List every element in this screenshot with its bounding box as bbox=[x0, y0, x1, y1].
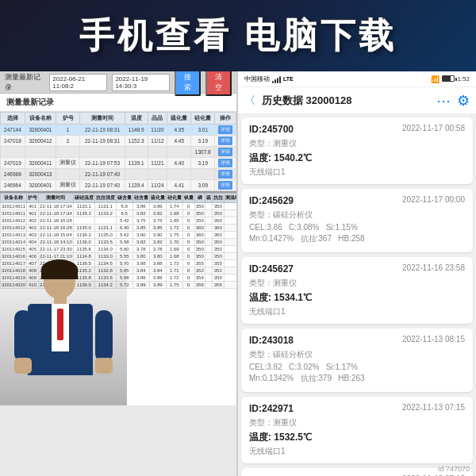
detail-btn[interactable]: 详情 bbox=[218, 159, 232, 167]
col-furnace: 炉号 bbox=[56, 113, 80, 125]
col-temp: 温度 bbox=[125, 113, 148, 125]
pc-main-table: 选择 设备名称 炉号 测量时间 温度 品品 硫化量 硅化量 操作 bbox=[0, 112, 236, 191]
card-extra-data: Mn:0.1342% 抗拉:379 HB:263 bbox=[249, 373, 465, 384]
col-device: 设备名称 bbox=[25, 113, 56, 125]
pc-date-end[interactable]: 2022-11-19 14:30:3 bbox=[112, 74, 170, 91]
phone-statusbar: 中国移动 LTE 📶 1:52 bbox=[238, 71, 476, 87]
phone-card-list[interactable]: ID:245700 2022-11-17 00:58 类型：测重仪 温度: 15… bbox=[238, 114, 476, 476]
table-row[interactable]: 32011401240222-11-18 16:281135.01131.16.… bbox=[1, 225, 237, 232]
mobile-card-5[interactable]: ID:242971 2022-11-13 07:15 类型：测重仪 温度: 15… bbox=[241, 397, 473, 463]
card-id: ID:242971 bbox=[249, 403, 294, 414]
content-area: 测量最新记录 2022-06-21 11:08:2 2022-11-19 14:… bbox=[0, 71, 476, 476]
pc-clear-btn[interactable]: 清空 bbox=[205, 71, 232, 96]
detail-btn[interactable]: 详情 bbox=[218, 181, 232, 190]
banner-title: 手机查看 电脑下载 bbox=[79, 13, 397, 60]
card-analysis-data: CEL:3.82 C:3.02% Si:1.17% bbox=[249, 363, 465, 371]
pc-table-area[interactable]: 选择 设备名称 炉号 测量时间 温度 品品 硫化量 硅化量 操作 bbox=[0, 112, 236, 191]
mobile-card-1[interactable]: ID:245700 2022-11-17 00:58 类型：测重仪 温度: 15… bbox=[241, 117, 473, 184]
table-row[interactable]: 246988 32000413 22-11-19 07:40 详情 bbox=[1, 169, 236, 180]
person-hand-left bbox=[14, 358, 32, 374]
col-select: 选择 bbox=[1, 113, 25, 125]
clock: 1:52 bbox=[457, 75, 470, 83]
card-time: 2022-11-16 23:58 bbox=[402, 263, 465, 274]
card-type: 类型：测重仪 bbox=[249, 417, 465, 428]
settings-button[interactable]: ⚙ bbox=[457, 92, 470, 109]
col-grade: 品品 bbox=[148, 113, 167, 125]
person-arm-right bbox=[95, 310, 113, 362]
card-id: ID:243018 bbox=[249, 335, 294, 346]
top-banner: 手机查看 电脑下载 bbox=[0, 0, 476, 71]
person-tie bbox=[57, 309, 63, 340]
card-port: 无线端口1 bbox=[249, 306, 465, 317]
table-row[interactable]: 246964 32000401 测量仪 22-11-19 07:40 1139.… bbox=[1, 180, 236, 191]
card-time: 2022-11-17 00:00 bbox=[402, 195, 465, 206]
table-row[interactable]: 32011401140122-11-18 17:341135.11133.26.… bbox=[1, 210, 237, 217]
card-temp: 温度: 1540.2℃ bbox=[249, 152, 465, 165]
table-row[interactable]: 32011401340322-11-18 15:041136.21135.05.… bbox=[1, 232, 237, 239]
card-id: ID:245629 bbox=[249, 195, 294, 206]
card-extra-data: Mn:0.1427% 抗拉:367 HB:258 bbox=[249, 233, 465, 244]
pc-section-title: 测量最新记录 bbox=[0, 94, 236, 112]
card-header: ID:245629 2022-11-17 00:00 bbox=[249, 195, 465, 206]
person-hand-right bbox=[95, 358, 113, 374]
id-tag: Id 747070 bbox=[438, 465, 470, 473]
detail-btn[interactable]: 详情 bbox=[218, 125, 232, 134]
table-row[interactable]: 247019 32000411 测量仪 22-11-19 07:53 1139.… bbox=[1, 158, 236, 169]
card-time: 2022-11-13 07:15 bbox=[402, 403, 465, 414]
signal-icon bbox=[272, 75, 281, 83]
pc-date-start[interactable]: 2022-06-21 11:08:2 bbox=[49, 74, 107, 91]
person-bg bbox=[0, 247, 127, 405]
wifi-icon: 📶 bbox=[431, 75, 440, 83]
card-type: 类型：碳硅分析仪 bbox=[249, 349, 465, 360]
card-id: ID:245627 bbox=[249, 263, 294, 274]
mobile-card-4[interactable]: ID:243018 2022-11-13 08:15 类型：碳硅分析仪 CEL:… bbox=[241, 328, 473, 392]
card-type: 类型：测重仪 bbox=[249, 278, 465, 289]
person-hair bbox=[41, 259, 78, 279]
battery-icon bbox=[442, 75, 455, 83]
phone-carrier: 中国移动 bbox=[244, 75, 270, 83]
table-row[interactable]: 32011401440422-11-18 14:101136.01133.55.… bbox=[1, 239, 237, 246]
detail-btn[interactable]: 详情 bbox=[218, 136, 232, 145]
back-button[interactable]: 〈 bbox=[244, 94, 255, 108]
table-row[interactable]: 1307.8 详情 bbox=[1, 147, 236, 158]
mobile-card-3[interactable]: ID:245627 2022-11-16 23:58 类型：测重仪 温度: 15… bbox=[241, 257, 473, 324]
card-type: 类型：测重仪 bbox=[249, 138, 465, 149]
person-arm-left bbox=[14, 310, 32, 362]
card-header: ID:243018 2022-11-13 08:15 bbox=[249, 335, 465, 346]
lte-icon: LTE bbox=[283, 76, 294, 82]
pc-search-btn[interactable]: 搜索 bbox=[175, 71, 201, 96]
statusbar-right: 📶 1:52 bbox=[431, 75, 470, 83]
pc-toolbar-tab: 测量最新记录 bbox=[5, 72, 44, 93]
pc-window: 测量最新记录 2022-06-21 11:08:2 2022-11-19 14:… bbox=[0, 71, 236, 476]
detail-btn[interactable]: 详情 bbox=[218, 148, 232, 156]
card-header: ID:245700 2022-11-17 00:58 bbox=[249, 124, 465, 135]
col-action: 操作 bbox=[215, 113, 236, 125]
bottom-table-area: 设备名称 炉号 测量时间 碳硅温度 抗拉强度 碳含量 硅含量 硫化量 硅化量 钒… bbox=[0, 191, 236, 405]
phone-page-title: 历史数据 32000128 bbox=[262, 94, 430, 108]
col-silicon: 硅化量 bbox=[191, 113, 215, 125]
pc-toolbar: 测量最新记录 2022-06-21 11:08:2 2022-11-19 14:… bbox=[0, 71, 236, 94]
card-type: 类型：碳硅分析仪 bbox=[249, 209, 465, 221]
table-row[interactable]: 32011401240222-11-18 16:285.423.753.751.… bbox=[1, 217, 237, 225]
phone-navbar: 〈 历史数据 32000128 ⋯ ⚙ bbox=[238, 87, 476, 114]
card-time: 2022-11-13 08:15 bbox=[402, 335, 465, 346]
card-temp: 温度: 1532.5℃ bbox=[249, 431, 465, 444]
card-header: ID:245627 2022-11-16 23:58 bbox=[249, 263, 465, 274]
pc-panel: 测量最新记录 2022-06-21 11:08:2 2022-11-19 14:… bbox=[0, 71, 238, 476]
photo-overlay bbox=[0, 247, 127, 405]
col-time: 测量时间 bbox=[80, 113, 125, 125]
card-id: ID:245700 bbox=[249, 124, 294, 135]
table-row[interactable]: 32011401140122-11-18 17:341133.11131.16.… bbox=[1, 203, 237, 210]
card-port: 无线端口1 bbox=[249, 446, 465, 457]
mobile-panel: 中国移动 LTE 📶 1:52 〈 历史数据 32000128 bbox=[238, 71, 476, 476]
statusbar-left: 中国移动 LTE bbox=[244, 75, 294, 83]
table-row[interactable]: 247018 32000412 2 22-11-19 08:31 1152.3 … bbox=[1, 136, 236, 147]
mobile-card-2[interactable]: ID:245629 2022-11-17 00:00 类型：碳硅分析仪 CEL:… bbox=[241, 189, 473, 252]
detail-btn[interactable]: 详情 bbox=[218, 170, 232, 178]
card-time: 2022-11-17 00:58 bbox=[402, 124, 465, 135]
card-temp: 温度: 1534.1℃ bbox=[249, 291, 465, 305]
more-button[interactable]: ⋯ bbox=[436, 92, 451, 109]
table-row[interactable]: 247144 32000401 1 22-11-19 08:31 1148.9 … bbox=[1, 125, 236, 136]
card-header: ID:242971 2022-11-13 07:15 bbox=[249, 403, 465, 414]
card-port: 无线端口1 bbox=[249, 167, 465, 178]
